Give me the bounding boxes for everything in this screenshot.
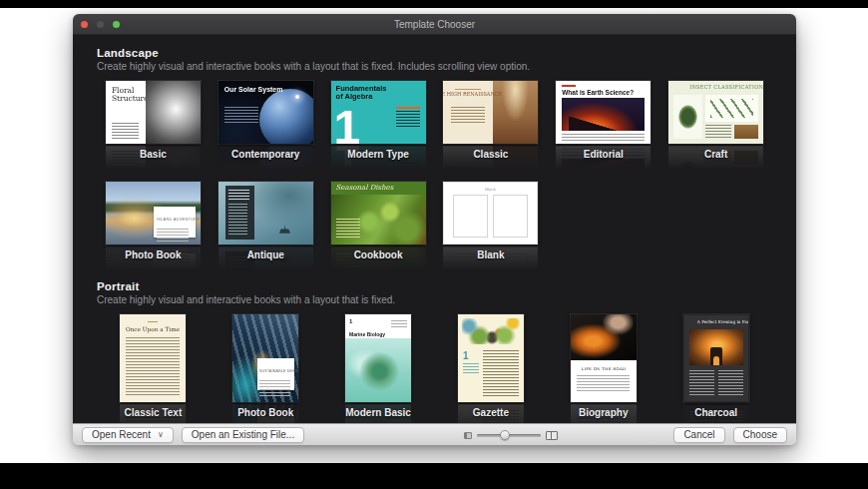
cover-body-text [451, 107, 486, 125]
open-existing-file-button[interactable]: Open an Existing File... [182, 427, 304, 443]
template-antique[interactable]: Antique [218, 182, 313, 260]
template-classic[interactable]: THE HIGH RENAISSANCE Classic [443, 81, 538, 160]
open-recent-label: Open Recent [92, 429, 151, 440]
template-charcoal-thumbnail: A Perfect Evening in Paris [683, 314, 749, 402]
insect-plate [705, 95, 758, 122]
butterfly-plate [673, 95, 702, 139]
template-label: Blank [477, 249, 504, 260]
landscape-section-heading: Landscape [97, 47, 772, 59]
template-label: Editorial [584, 149, 624, 160]
cover-title: Marine Biology [349, 332, 385, 337]
cancel-label: Cancel [683, 429, 714, 440]
portrait-row: Once Upon a Time Classic Text SUSTAINABL… [97, 314, 772, 418]
cover-body-text [483, 350, 519, 396]
template-modern-basic-thumbnail: 1 Marine Biology [345, 314, 411, 402]
window-title: Template Chooser [73, 19, 796, 30]
portrait-section-description: Create highly visual and interactive boo… [97, 294, 772, 305]
zoom-slider-track[interactable] [477, 434, 541, 437]
template-photo-book-landscape[interactable]: ISLAND ADVENTURE Photo Book [106, 182, 201, 260]
cover-card-overlay: SUSTAINABLE DESIGN [257, 358, 294, 390]
landscape-section-description: Create highly visual and interactive boo… [97, 61, 772, 72]
cover-numeral: 1 [334, 104, 361, 144]
cover-title: Seasonal Dishes [336, 184, 394, 192]
template-label: Classic [473, 149, 508, 160]
title-bar: Template Chooser [73, 14, 796, 35]
template-cookbook[interactable]: Seasonal Dishes Cookbook [331, 182, 426, 260]
cover-body-text [396, 111, 420, 129]
template-classic-thumbnail: THE HIGH RENAISSANCE [443, 81, 538, 144]
template-label: Gazette [473, 407, 509, 418]
template-modern-basic[interactable]: 1 Marine Biology Modern Basic [345, 314, 411, 418]
template-classic-text[interactable]: Once Upon a Time Classic Text [120, 314, 186, 418]
template-gazette-thumbnail: 1 [458, 314, 524, 402]
choose-button[interactable]: Choose [733, 427, 787, 443]
template-label: Charcoal [694, 407, 737, 418]
template-charcoal[interactable]: A Perfect Evening in Paris Charcoal [683, 314, 749, 418]
template-blank-thumbnail: Blank [443, 182, 538, 244]
template-modern-type[interactable]: Fundamentals of Algebra 1 Modern Type [331, 81, 426, 160]
cover-body-text [718, 370, 743, 396]
cover-title: Floral Structures [112, 87, 144, 104]
template-craft[interactable]: INSECT CLASSIFICATION Craft [668, 81, 763, 160]
renaissance-painting [493, 81, 539, 144]
cover-body-text [705, 125, 731, 139]
template-contemporary-thumbnail: Our Solar System [218, 81, 313, 144]
template-basic-thumbnail: Floral Structures [106, 81, 201, 144]
template-craft-thumbnail: INSECT CLASSIFICATION [668, 81, 763, 144]
zoom-button[interactable] [113, 21, 120, 28]
volcano-photo [562, 98, 645, 131]
cover-body-text [126, 337, 180, 397]
template-biography[interactable]: LIFE ON THE ROAD Biography [571, 314, 637, 418]
template-blank[interactable]: Blank Blank [443, 182, 538, 260]
cover-text-panel [225, 186, 254, 240]
template-label: Biography [579, 407, 628, 418]
cover-title: SUSTAINABLE DESIGN [259, 369, 298, 373]
blank-column [493, 195, 528, 238]
cover-title: A Perfect Evening in Paris [696, 319, 734, 324]
template-label: Modern Basic [345, 407, 411, 418]
cover-body-text [112, 123, 139, 139]
zoom-slider-knob[interactable] [500, 430, 510, 440]
template-contemporary[interactable]: Our Solar System Contemporary [218, 81, 313, 160]
template-label: Modern Type [347, 149, 408, 160]
minimize-button [97, 21, 104, 28]
cover-numeral: 1 [463, 350, 479, 361]
cancel-button[interactable]: Cancel [673, 427, 724, 443]
cover-body-text [157, 229, 189, 243]
template-biography-thumbnail: LIFE ON THE ROAD [571, 314, 637, 402]
chapter-kicker [562, 85, 576, 87]
blank-column [453, 195, 488, 238]
cover-body-text [259, 380, 289, 396]
template-photo-book-portrait[interactable]: SUSTAINABLE DESIGN Photo Book [232, 314, 298, 418]
cover-body-text [336, 219, 361, 239]
chevron-down-icon: ∨ [158, 430, 164, 439]
cover-title: Once Upon a Time [126, 326, 180, 333]
close-button[interactable] [81, 21, 88, 28]
template-label: Basic [140, 149, 167, 160]
cover-title: What is Earth Science? [562, 89, 645, 96]
cover-body-text [562, 134, 645, 142]
choose-label: Choose [743, 429, 777, 440]
ornament-rule [455, 89, 481, 90]
traffic-lights [81, 21, 120, 28]
template-gazette[interactable]: 1 Gazette [458, 314, 524, 418]
template-label: Classic Text [125, 407, 183, 418]
template-label: Antique [247, 249, 284, 260]
paris-photo [689, 329, 743, 365]
template-basic[interactable]: Floral Structures Basic [106, 81, 201, 160]
specimen-photo [734, 125, 758, 139]
footer-toolbar: Open Recent ∨ Open an Existing File... C… [73, 423, 796, 445]
template-modern-type-thumbnail: Fundamentals of Algebra 1 [331, 81, 426, 144]
large-book-icon [546, 431, 558, 440]
landscape-row-2: ISLAND ADVENTURE Photo Book Antique [97, 182, 772, 260]
cover-card-overlay: ISLAND ADVENTURE [154, 207, 196, 239]
template-photo-book-thumbnail: ISLAND ADVENTURE [106, 182, 201, 244]
open-recent-button[interactable]: Open Recent ∨ [82, 427, 174, 443]
cover-title-lines [228, 190, 248, 200]
template-editorial[interactable]: What is Earth Science? Editorial [556, 81, 651, 160]
star-glow [295, 95, 299, 99]
cover-body-text [224, 107, 258, 125]
cover-title: INSECT CLASSIFICATION [689, 85, 742, 91]
template-antique-thumbnail [218, 182, 313, 244]
cover-title: LIFE ON THE ROAD [581, 367, 626, 371]
